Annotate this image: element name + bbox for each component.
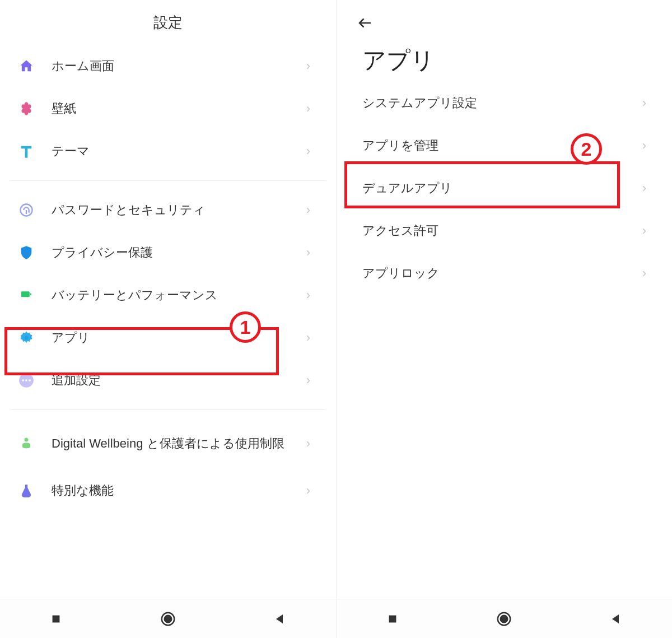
- annotation-badge-2: 2: [571, 133, 602, 165]
- settings-item-label: パスワードとセキュリティ: [52, 202, 306, 218]
- svg-rect-12: [389, 615, 396, 622]
- back-button[interactable]: [357, 15, 374, 31]
- chevron-right-icon: ›: [306, 245, 310, 260]
- settings-item-wellbeing[interactable]: Digital Wellbeing と保護者による使用制限 ›: [0, 418, 336, 469]
- brush-icon: [17, 142, 36, 161]
- chevron-right-icon: ›: [306, 373, 310, 388]
- settings-item-battery[interactable]: バッテリーとパフォーマンス ›: [0, 274, 336, 316]
- page-title: 設定: [0, 0, 336, 45]
- divider: [10, 180, 326, 181]
- chevron-right-icon: ›: [306, 144, 310, 159]
- settings-item-label: Digital Wellbeing と保護者による使用制限: [52, 435, 306, 452]
- apps-item-applock[interactable]: アプリロック ›: [337, 252, 672, 295]
- chevron-right-icon: ›: [306, 101, 310, 116]
- settings-item-theme[interactable]: テーマ ›: [0, 130, 336, 173]
- shield-icon: [17, 243, 36, 262]
- chevron-right-icon: ›: [306, 288, 310, 302]
- apps-item-system[interactable]: システムアプリ設定 ›: [337, 82, 672, 124]
- flask-icon: [17, 481, 36, 500]
- apps-item-label: アクセス許可: [362, 222, 642, 239]
- divider: [10, 409, 326, 410]
- chevron-right-icon: ›: [306, 59, 310, 73]
- svg-point-7: [29, 379, 31, 381]
- chevron-right-icon: ›: [306, 483, 310, 498]
- page-title: アプリ: [337, 34, 672, 82]
- settings-item-privacy[interactable]: プライバシー保護 ›: [0, 231, 336, 274]
- settings-item-wallpaper[interactable]: 壁紙 ›: [0, 87, 336, 130]
- flower-icon: [17, 99, 36, 118]
- chevron-right-icon: ›: [642, 223, 646, 238]
- apps-screen: アプリ システムアプリ設定 › アプリを管理 › デュアルアプリ › アクセス許…: [336, 0, 672, 638]
- settings-item-label: ホーム画面: [52, 58, 306, 74]
- apps-item-permissions[interactable]: アクセス許可 ›: [337, 209, 672, 252]
- annotation-badge-1: 1: [230, 311, 261, 343]
- chevron-right-icon: ›: [306, 203, 310, 217]
- chevron-right-icon: ›: [642, 96, 646, 110]
- nav-recent-button[interactable]: [46, 609, 66, 628]
- settings-screen: 設定 ホーム画面 › 壁紙 › テーマ ›: [0, 0, 336, 638]
- nav-back-button[interactable]: [606, 609, 626, 628]
- settings-item-special[interactable]: 特別な機能 ›: [0, 469, 336, 512]
- system-navbar: [337, 599, 672, 638]
- svg-rect-2: [30, 294, 32, 295]
- svg-rect-9: [53, 615, 60, 622]
- svg-point-5: [22, 379, 24, 381]
- apps-item-manage[interactable]: アプリを管理 ›: [337, 124, 672, 167]
- apps-item-label: アプリロック: [362, 265, 642, 282]
- battery-icon: [17, 286, 36, 305]
- nav-back-button[interactable]: [270, 609, 290, 628]
- wellbeing-icon: [17, 434, 36, 453]
- annotation-highlight-2: [344, 161, 620, 208]
- chevron-right-icon: ›: [642, 181, 646, 195]
- apps-item-label: システムアプリ設定: [362, 95, 642, 111]
- svg-rect-1: [21, 291, 30, 297]
- chevron-right-icon: ›: [642, 138, 646, 153]
- svg-point-6: [25, 379, 27, 381]
- settings-item-label: バッテリーとパフォーマンス: [52, 287, 306, 304]
- nav-home-button[interactable]: [158, 609, 178, 628]
- settings-item-label: プライバシー保護: [52, 244, 306, 261]
- settings-item-security[interactable]: パスワードとセキュリティ ›: [0, 189, 336, 231]
- system-navbar: [0, 599, 336, 638]
- settings-item-label: 壁紙: [52, 100, 306, 117]
- nav-recent-button[interactable]: [383, 609, 402, 628]
- nav-home-button[interactable]: [494, 609, 514, 628]
- settings-item-label: 特別な機能: [52, 482, 306, 499]
- home-icon: [17, 57, 36, 76]
- svg-point-14: [501, 615, 508, 622]
- settings-item-label: テーマ: [52, 143, 306, 160]
- svg-point-8: [25, 438, 29, 442]
- svg-point-11: [165, 615, 172, 622]
- fingerprint-icon: [17, 201, 36, 220]
- settings-item-home[interactable]: ホーム画面 ›: [0, 45, 336, 87]
- chevron-right-icon: ›: [642, 266, 646, 281]
- chevron-right-icon: ›: [306, 436, 310, 451]
- chevron-right-icon: ›: [306, 330, 310, 345]
